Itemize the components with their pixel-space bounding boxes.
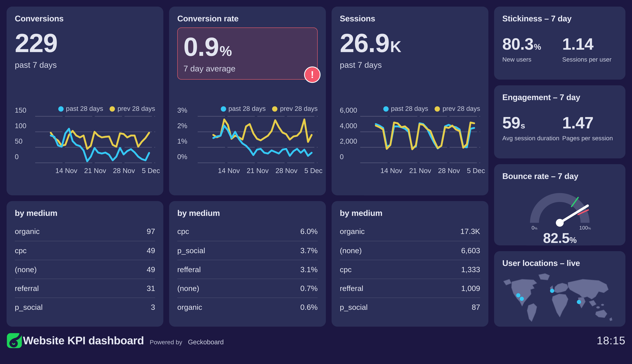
kpi-caption: 7 day average — [184, 64, 312, 74]
x-tick-label: 21 Nov — [247, 167, 269, 174]
table-row: organic97 — [15, 222, 155, 241]
metric-value: 59s — [502, 114, 560, 131]
clock: 18:15 — [597, 334, 626, 347]
geckoboard-brand[interactable]: Geckoboard — [188, 338, 224, 346]
x-tick-label: 14 Nov — [218, 167, 240, 174]
x-tick-label: 5 Dec — [467, 167, 485, 174]
card-title: Engagement – 7 day — [502, 93, 617, 102]
table-row: p_social3 — [15, 298, 155, 316]
user-location-dot — [550, 289, 554, 293]
x-tick-label: 14 Nov — [380, 167, 402, 174]
row-label: p_social — [15, 302, 42, 312]
kpi-unit: K — [390, 38, 401, 55]
y-tick-label: 1% — [177, 137, 187, 145]
table-row: cpc49 — [15, 241, 155, 260]
table-row: p_social87 — [340, 298, 480, 316]
row-label: organic — [177, 302, 202, 312]
bounce-unit: % — [570, 236, 576, 244]
world-map-svg — [502, 271, 617, 324]
world-map — [502, 271, 617, 324]
table-row: p_social3.7% — [177, 241, 318, 260]
kpi-value-block: 0.9% — [184, 34, 312, 60]
line-chart: 15010050014 Nov21 Nov28 Nov5 Dec — [15, 104, 155, 189]
alert-icon[interactable]: ! — [304, 66, 320, 83]
kpi-caption: past 7 days — [340, 60, 480, 70]
y-tick-label: 3% — [177, 106, 187, 114]
conversion-rate-chart-svg: 3%2%1%0%14 Nov21 Nov28 Nov5 Dec — [177, 104, 318, 189]
kpi-value: 0.9 — [184, 32, 219, 62]
legend-item: past 28 days — [221, 105, 266, 112]
card-title: User locations – live — [502, 258, 617, 268]
bounce-gauge: 0%100% — [502, 182, 617, 231]
stickiness-metrics: 80.3% New users 1.14 Sessions per user — [502, 36, 617, 63]
gauge-hub — [556, 219, 564, 227]
legend-dot-icon — [272, 106, 278, 111]
powered-by-label: Powered by — [150, 338, 182, 345]
legend-item: prev 28 days — [272, 105, 318, 112]
metric-label: Sessions per user — [562, 56, 617, 63]
row-value: 0.6% — [300, 302, 318, 312]
gauge-max-label: 100% — [579, 225, 591, 231]
user-location-dot — [520, 297, 524, 301]
card-sessions: Sessions 26.9K past 7 days past 28 daysp… — [332, 6, 488, 196]
kpi-value-block: 229 — [15, 30, 155, 56]
gauge-min-label: 0% — [532, 225, 537, 231]
kpi-value-block: 26.9K — [340, 30, 480, 56]
y-tick-label: 50 — [15, 137, 22, 145]
metric-value: 1.14 — [562, 36, 617, 52]
series-past-28-days — [213, 126, 312, 156]
metric-number: 80.3 — [502, 35, 534, 53]
conversions-chart: past 28 daysprev 28 days 15010050014 Nov… — [15, 104, 155, 189]
card-conversion-rate: Conversion rate 0.9% 7 day average ! pas… — [169, 6, 326, 196]
metric-unit: % — [534, 42, 541, 51]
table-row: organic0.6% — [177, 298, 318, 316]
y-tick-label: 0% — [177, 153, 187, 161]
row-value: 31 — [146, 284, 155, 293]
sessions-chart: past 28 daysprev 28 days 6,0004,0002,000… — [340, 104, 480, 189]
card-title: Bounce rate – 7 day — [502, 172, 617, 181]
legend-item: prev 28 days — [110, 105, 155, 112]
row-value: 3 — [151, 302, 155, 312]
card-title: by medium — [340, 208, 480, 218]
footer: Website KPI dashboard Powered by Geckobo… — [6, 332, 626, 349]
metric-sessions-per-user: 1.14 Sessions per user — [560, 36, 617, 63]
alert-highlight-box: 0.9% 7 day average ! — [177, 28, 318, 80]
dashboard: Conversions 229 past 7 days past 28 days… — [0, 0, 632, 356]
row-label: cpc — [177, 227, 189, 236]
table-row: referral31 — [15, 279, 155, 298]
row-value: 97 — [146, 227, 155, 236]
x-tick-label: 5 Dec — [304, 167, 322, 174]
row-value: 1,009 — [461, 284, 480, 293]
row-label: (none) — [15, 265, 37, 274]
y-tick-label: 4,000 — [340, 122, 357, 130]
medium-table: cpc6.0%p_social3.7%refferal3.1%(none)0.7… — [177, 222, 318, 316]
legend-dot-icon — [58, 106, 64, 111]
x-tick-label: 28 Nov — [113, 167, 135, 174]
table-row: (none)49 — [15, 260, 155, 278]
row-label: (none) — [177, 284, 199, 293]
row-value: 6.0% — [300, 227, 318, 236]
user-location-dot — [577, 300, 581, 304]
bounce-number: 82.5 — [543, 230, 569, 246]
metric-unit: s — [521, 121, 525, 130]
card-by-medium-conversion-rate: by medium cpc6.0%p_social3.7%refferal3.1… — [169, 201, 326, 327]
table-row: refferal3.1% — [177, 260, 318, 278]
row-value: 6,603 — [461, 246, 480, 255]
kpi-value: 229 — [15, 28, 58, 58]
sessions-chart-svg: 6,0004,0002,000014 Nov21 Nov28 Nov5 Dec — [340, 104, 480, 189]
metric-value: 80.3% — [502, 36, 560, 52]
card-by-medium-conversions: by medium organic97cpc49(none)49referral… — [6, 201, 163, 327]
row-label: refferal — [340, 284, 363, 293]
conversion-rate-chart: past 28 daysprev 28 days 3%2%1%0%14 Nov2… — [177, 104, 318, 189]
card-title: Sessions — [340, 14, 480, 24]
card-title: Conversion rate — [177, 14, 318, 24]
card-conversions: Conversions 229 past 7 days past 28 days… — [6, 6, 163, 196]
row-label: organic — [15, 227, 40, 236]
y-tick-label: 150 — [15, 106, 26, 114]
chart-legend: past 28 daysprev 28 days — [221, 105, 318, 112]
x-tick-label: 5 Dec — [142, 167, 160, 174]
kpi-value: 26.9 — [340, 28, 389, 58]
row-value: 49 — [146, 246, 155, 255]
legend-item: past 28 days — [383, 105, 428, 112]
row-value: 3.1% — [300, 265, 318, 274]
